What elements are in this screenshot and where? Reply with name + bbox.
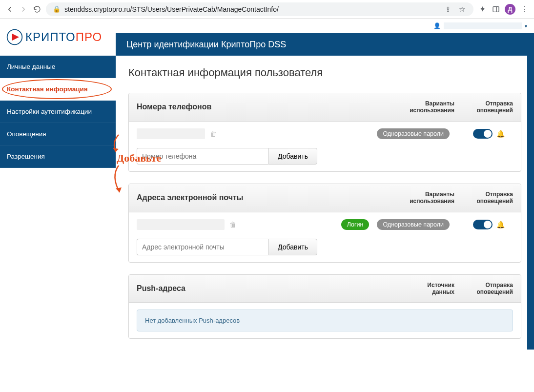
sidebar-item-label: Контактная информация xyxy=(7,85,88,93)
pill-login: Логин xyxy=(341,219,370,230)
profile-avatar[interactable]: Д xyxy=(505,4,515,15)
user-name-redacted xyxy=(444,22,522,29)
bell-icon: 🔔 xyxy=(496,221,505,228)
kebab-menu-icon[interactable]: ⋮ xyxy=(519,4,529,14)
page-banner: Центр идентификации КриптоПро DSS xyxy=(116,33,534,56)
page-title: Контактная информация пользователя xyxy=(128,66,521,79)
trash-icon[interactable]: 🗑 xyxy=(210,130,217,138)
content-area: Контактная информация пользователя Номер… xyxy=(116,56,534,350)
svg-marker-3 xyxy=(12,34,19,41)
sidebar: Личные данные Контактная информация Наст… xyxy=(0,56,116,168)
phone-row: 🗑 Одноразовые пароли 🔔 xyxy=(137,128,513,139)
col-head-notify: Отправкаоповещений xyxy=(464,100,513,114)
lock-icon: 🔒 xyxy=(53,5,61,13)
trash-icon[interactable]: 🗑 xyxy=(229,221,236,228)
col-head-notify: Отправкаоповещений xyxy=(464,282,513,296)
logo: КРИПТОПРО xyxy=(0,19,116,56)
panel-push-title: Push-адреса xyxy=(137,284,386,293)
email-input[interactable] xyxy=(137,239,268,255)
logo-text-1: КРИПТО xyxy=(25,30,76,43)
phone-value-redacted xyxy=(137,128,205,139)
user-strip[interactable]: 👤 ▾ xyxy=(116,19,534,33)
sidebar-item-auth[interactable]: Настройки аутентификации xyxy=(0,101,116,123)
col-head-source: Источникданных xyxy=(386,282,454,296)
star-icon[interactable]: ☆ xyxy=(457,5,467,14)
nav-forward-icon[interactable] xyxy=(19,5,28,14)
email-row: 🗑 Логин Одноразовые пароли 🔔 xyxy=(137,219,513,230)
logo-mark-icon xyxy=(6,28,23,46)
sidebar-item-notify[interactable]: Оповещения xyxy=(0,123,116,145)
user-icon: 👤 xyxy=(433,22,441,29)
panel-phones-title: Номера телефонов xyxy=(137,103,386,111)
sidebar-item-contact[interactable]: Контактная информация xyxy=(0,78,116,101)
extensions-icon[interactable]: ✦ xyxy=(477,4,487,14)
sidebar-item-personal[interactable]: Личные данные xyxy=(0,56,116,78)
svg-marker-5 xyxy=(116,187,122,192)
share-icon[interactable]: ⇪ xyxy=(443,5,453,13)
panel-emails-title: Адреса электронной почты xyxy=(137,193,386,202)
right-rail xyxy=(527,56,534,350)
sidebar-item-perm[interactable]: Разрешения xyxy=(0,145,116,168)
pill-otp: Одноразовые пароли xyxy=(377,128,450,139)
email-value-redacted xyxy=(137,219,225,230)
email-notify-toggle[interactable] xyxy=(473,220,493,229)
push-empty-message: Нет добавленных Push-адресов xyxy=(137,309,513,331)
pill-otp: Одноразовые пароли xyxy=(377,219,450,230)
col-head-variants: Вариантыиспользования xyxy=(386,191,454,205)
phone-input[interactable] xyxy=(137,148,268,165)
url-input[interactable] xyxy=(64,5,439,13)
panel-phones: Номера телефонов Вариантыиспользования О… xyxy=(128,93,521,172)
sidepanel-icon[interactable] xyxy=(491,5,501,13)
phone-notify-toggle[interactable] xyxy=(473,129,493,139)
panel-push: Push-адреса Источникданных Отправкаопове… xyxy=(128,274,521,339)
url-bar[interactable]: 🔒 ⇪ ☆ xyxy=(46,2,473,16)
col-head-variants: Вариантыиспользования xyxy=(386,100,454,114)
email-add-button[interactable]: Добавить xyxy=(268,239,317,255)
chevron-down-icon: ▾ xyxy=(525,23,527,29)
panel-emails: Адреса электронной почты Вариантыиспольз… xyxy=(128,184,521,263)
svg-rect-0 xyxy=(493,6,499,12)
nav-back-icon[interactable] xyxy=(5,5,15,14)
bell-icon: 🔔 xyxy=(496,130,505,138)
phone-add-button[interactable]: Добавить xyxy=(268,148,317,165)
browser-toolbar: 🔒 ⇪ ☆ ✦ Д ⋮ xyxy=(0,0,534,19)
col-head-notify: Отправкаоповещений xyxy=(464,191,513,205)
nav-reload-icon[interactable] xyxy=(32,5,42,13)
logo-text-2: ПРО xyxy=(76,30,102,43)
